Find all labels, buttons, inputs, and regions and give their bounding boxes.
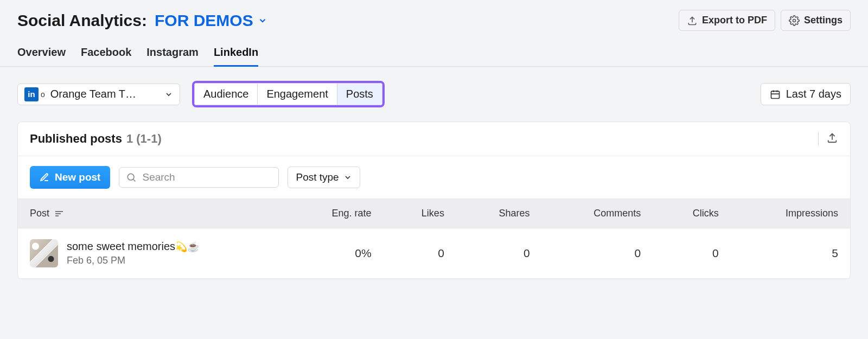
post-thumbnail: [30, 239, 58, 267]
settings-button[interactable]: Settings: [781, 10, 851, 31]
page-title-group: Social Analytics: FOR DEMOS: [17, 11, 267, 30]
post-date: Feb 6, 05 PM: [67, 255, 199, 266]
col-eng-rate[interactable]: Eng. rate: [284, 199, 384, 228]
segment-posts[interactable]: Posts: [337, 84, 382, 105]
account-label: Orange Team T…: [50, 88, 136, 100]
search-field[interactable]: [119, 167, 279, 188]
cell-impressions: 5: [731, 228, 850, 279]
post-type-label: Post type: [296, 171, 339, 183]
new-post-label: New post: [55, 171, 100, 183]
cell-shares: 0: [456, 228, 542, 279]
chevron-down-icon: [258, 16, 267, 25]
header-actions: Export to PDF Settings: [679, 10, 851, 31]
project-selector[interactable]: FOR DEMOS: [155, 11, 267, 30]
col-comments[interactable]: Comments: [542, 199, 653, 228]
post-title-text: some sweet memories: [67, 240, 175, 252]
svg-point-7: [128, 174, 135, 180]
divider: [818, 132, 819, 146]
post-type-selector[interactable]: Post type: [288, 167, 360, 188]
col-impressions[interactable]: Impressions: [731, 199, 850, 228]
linkedin-icon: in: [24, 87, 39, 101]
settings-label: Settings: [804, 15, 843, 26]
col-likes[interactable]: Likes: [384, 199, 456, 228]
calendar-icon: [770, 89, 781, 100]
account-badge-o: o: [41, 90, 45, 99]
page-title: Social Analytics:: [17, 11, 147, 30]
segment-audience[interactable]: Audience: [195, 84, 258, 105]
upload-icon: [687, 15, 698, 26]
chevron-down-icon: [343, 173, 352, 182]
post-title: some sweet memories💫☕: [67, 240, 199, 253]
network-tabs: Overview Facebook Instagram LinkedIn: [0, 31, 868, 67]
pencil-icon: [40, 172, 49, 182]
posts-table: Post Eng. rate Likes Shares Comments Cli…: [18, 199, 850, 279]
panel-title-text: Published posts: [30, 132, 122, 146]
svg-rect-2: [771, 91, 779, 98]
search-input[interactable]: [141, 171, 272, 184]
cell-comments: 0: [542, 228, 653, 279]
segment-highlight: Audience Engagement Posts: [192, 81, 385, 107]
tab-linkedin[interactable]: LinkedIn: [214, 46, 258, 66]
col-shares[interactable]: Shares: [456, 199, 542, 228]
panel-count: 1 (1-1): [126, 132, 162, 146]
date-range-selector[interactable]: Last 7 days: [761, 83, 851, 105]
col-post-label: Post: [30, 208, 49, 219]
search-icon: [126, 172, 137, 183]
panel-export-button[interactable]: [826, 132, 838, 146]
tab-overview[interactable]: Overview: [17, 46, 66, 66]
cell-clicks: 0: [653, 228, 731, 279]
post-emoji: 💫☕: [175, 241, 199, 252]
cell-eng-rate: 0%: [284, 228, 384, 279]
svg-line-8: [133, 180, 136, 182]
upload-icon: [826, 132, 838, 144]
tab-facebook[interactable]: Facebook: [81, 46, 131, 66]
svg-point-1: [793, 19, 795, 22]
panel-title: Published posts 1 (1-1): [30, 132, 162, 146]
cell-likes: 0: [384, 228, 456, 279]
tab-instagram[interactable]: Instagram: [146, 46, 199, 66]
col-post[interactable]: Post: [18, 199, 284, 228]
date-range-label: Last 7 days: [786, 88, 841, 100]
sort-indicator-icon: [55, 211, 63, 216]
segment-control: Audience Engagement Posts: [194, 83, 382, 105]
col-clicks[interactable]: Clicks: [653, 199, 731, 228]
account-selector[interactable]: ino Orange Team T…: [17, 84, 180, 105]
table-row[interactable]: some sweet memories💫☕ Feb 6, 05 PM 0% 0 …: [18, 228, 850, 279]
published-posts-panel: Published posts 1 (1-1) New post Post ty…: [17, 121, 851, 279]
gear-icon: [789, 15, 800, 26]
export-pdf-button[interactable]: Export to PDF: [679, 10, 775, 31]
project-name: FOR DEMOS: [155, 11, 253, 30]
new-post-button[interactable]: New post: [30, 166, 110, 189]
export-pdf-label: Export to PDF: [702, 15, 767, 26]
chevron-down-icon: [164, 90, 173, 99]
segment-engagement[interactable]: Engagement: [258, 84, 337, 105]
